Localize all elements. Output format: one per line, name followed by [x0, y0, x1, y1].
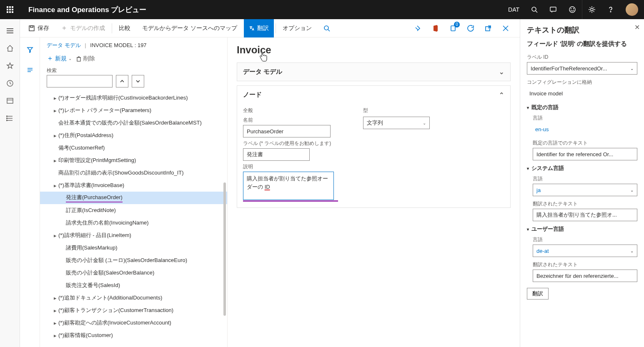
- system-translated-field[interactable]: 購入担当者が割り当てた参照オ...: [533, 209, 637, 221]
- tree-node[interactable]: ▸(*)オーダー残請求明細行(CustInvoiceBackorderLines…: [40, 92, 227, 104]
- tree-node[interactable]: 販売注文番号(SalesId): [40, 279, 227, 292]
- svg-rect-22: [7, 98, 13, 103]
- chevron-up-icon[interactable]: ⌃: [499, 91, 504, 99]
- caret-icon[interactable]: ▸: [52, 107, 58, 114]
- translate-button[interactable]: 翻訳: [244, 19, 274, 37]
- default-language-section[interactable]: 既定の言語: [527, 104, 637, 111]
- close-icon[interactable]: [498, 21, 513, 36]
- user-language-section[interactable]: ユーザー言語: [527, 225, 637, 233]
- refresh-icon[interactable]: [463, 21, 478, 36]
- system-lang-select[interactable]: ja⌄: [533, 184, 637, 196]
- settings-icon[interactable]: [582, 0, 601, 19]
- caret-icon[interactable]: ▸: [52, 157, 58, 164]
- chevron-down-icon[interactable]: ⌄: [499, 68, 504, 76]
- map-to-datasource-button[interactable]: モデルからデータ ソースへのマップ: [137, 19, 242, 37]
- caret-icon[interactable]: ▸: [52, 295, 58, 301]
- translate-action-button[interactable]: 翻訳: [527, 288, 549, 300]
- name-field[interactable]: PurchaseOrder: [243, 125, 331, 137]
- node-card: ノード ⌃ 全般 名前 PurchaseOrder ラベル (* ラベルの使用を…: [237, 85, 511, 208]
- filter-icon[interactable]: [20, 42, 40, 58]
- office-icon[interactable]: [428, 21, 443, 36]
- default-text-field[interactable]: Identifier for the referenced Or...: [533, 148, 637, 160]
- caret-icon[interactable]: ▸: [52, 132, 58, 139]
- company-picker[interactable]: DAT: [502, 0, 525, 19]
- tree-node[interactable]: 販売の小計金額 (ユーロ)(SalesOrderBalanceEuro): [40, 254, 227, 267]
- system-language-section[interactable]: システム言語: [527, 165, 637, 172]
- feedback-icon[interactable]: [563, 0, 582, 19]
- panel-subtitle: フィールド '説明' の翻訳を提供する: [527, 39, 637, 48]
- close-panel-icon[interactable]: ✕: [634, 23, 640, 31]
- delete-button[interactable]: 削除: [76, 55, 95, 62]
- hamburger-icon[interactable]: [0, 22, 20, 39]
- attach-icon[interactable]: [411, 21, 426, 36]
- user-translated-field[interactable]: Bezeichner für den referenzierte...: [533, 270, 637, 282]
- messages-icon[interactable]: [544, 0, 563, 19]
- user-lang-select[interactable]: de-at⌄: [533, 245, 637, 257]
- tree-node[interactable]: ▸(*)追加ドキュメント(AdditionalDocuments): [40, 292, 227, 304]
- tree-node[interactable]: ▸(*)顧客トランザクション(CustomerTransaction): [40, 304, 227, 317]
- popout-icon[interactable]: [481, 21, 496, 36]
- help-icon[interactable]: [601, 0, 620, 19]
- tree-node-label: 備考(CustomerRef): [58, 144, 105, 152]
- tree-node[interactable]: 販売の小計金額(SalesOrderBalance): [40, 267, 227, 279]
- tree-node[interactable]: 請求先住所の名前(InvoicingName): [40, 217, 227, 229]
- favorites-icon[interactable]: [0, 57, 20, 74]
- caret-icon[interactable]: ▸: [52, 320, 58, 326]
- tree-node[interactable]: ▸(*)顧客勘定への請求(InvoiceCustomerAccount): [40, 317, 227, 329]
- create-model-button[interactable]: ＋ モデルの作成: [56, 19, 110, 37]
- svg-point-27: [6, 116, 7, 117]
- workspaces-icon[interactable]: [0, 92, 20, 109]
- default-lang-label: 言語: [533, 115, 637, 122]
- caret-icon[interactable]: ▸: [52, 232, 58, 239]
- tree-node[interactable]: ▸(*)顧客情報(Customer): [40, 329, 227, 342]
- system-lang-label: 言語: [533, 175, 637, 182]
- svg-rect-31: [30, 26, 33, 27]
- tree-node[interactable]: 発注書(PurchaseOrder): [40, 192, 227, 204]
- search-command-icon[interactable]: [318, 19, 335, 37]
- scrollbar-thumb[interactable]: [223, 182, 226, 316]
- tree-node[interactable]: ▸印刷管理設定(PrintMgmtSetting): [40, 154, 227, 167]
- recent-icon[interactable]: [0, 75, 20, 92]
- caret-icon[interactable]: ▸: [52, 182, 58, 189]
- model-tree[interactable]: ▸(*)オーダー残請求明細行(CustInvoiceBackorderLines…: [40, 91, 227, 347]
- notifications-icon[interactable]: 0: [446, 21, 461, 36]
- tree-node[interactable]: 備考(CustomerRef): [40, 142, 227, 154]
- label-id-select[interactable]: IdentifierForTheReferencedOr...⌄: [527, 62, 637, 75]
- tree-node[interactable]: ▸(*)請求明細行 - 品目(LineItem): [40, 229, 227, 242]
- caret-icon[interactable]: ▸: [52, 332, 58, 339]
- search-icon[interactable]: [525, 0, 544, 19]
- tree-node[interactable]: ▸(*)レポート パラメーター(Parameters): [40, 104, 227, 117]
- tree-node[interactable]: ▸(*)基準請求書(InvoiceBase): [40, 179, 227, 192]
- tree-node[interactable]: ▸(*)住所(PostalAddress): [40, 129, 227, 142]
- svg-rect-4: [9, 9, 11, 10]
- description-highlight: [243, 200, 338, 202]
- type-select[interactable]: 文字列 ⌄: [363, 117, 430, 129]
- home-icon[interactable]: [0, 40, 20, 57]
- search-input[interactable]: [47, 75, 113, 87]
- caret-icon[interactable]: ▸: [52, 307, 58, 314]
- default-lang-value[interactable]: en-us: [533, 123, 637, 135]
- label-id-label: ラベル ID: [527, 54, 637, 61]
- card-title-node: ノード: [243, 91, 262, 99]
- list-toggle-icon[interactable]: [20, 62, 40, 78]
- tree-node[interactable]: 訂正票(IsCreditNote): [40, 204, 227, 217]
- modules-icon[interactable]: [0, 110, 20, 127]
- compare-button[interactable]: 比較: [114, 19, 135, 37]
- tree-node[interactable]: 会社基本通貨での販売の小計金額(SalesOrderBalanceMST): [40, 117, 227, 129]
- search-prev-button[interactable]: [116, 75, 128, 87]
- tree-node[interactable]: 商品割引の詳細の表示(ShowGoodsDiscountInfo_IT): [40, 167, 227, 179]
- save-button[interactable]: 保存: [23, 19, 54, 37]
- user-translated-label: 翻訳されたテキスト: [533, 261, 637, 268]
- search-next-button[interactable]: [132, 75, 144, 87]
- new-button[interactable]: ＋新規⌄: [47, 54, 72, 63]
- waffle-icon[interactable]: [0, 0, 20, 19]
- caret-icon[interactable]: ▸: [52, 95, 58, 101]
- svg-point-16: [591, 8, 593, 11]
- user-avatar[interactable]: [620, 0, 644, 19]
- tree-node[interactable]: 諸費用(SalesMarkup): [40, 242, 227, 254]
- breadcrumb-link[interactable]: データ モデル: [47, 42, 81, 48]
- description-field[interactable]: 購入担当者が割り当てた参照オーダーの ID: [243, 172, 334, 200]
- svg-rect-2: [12, 6, 13, 8]
- options-button[interactable]: オプション: [278, 19, 317, 37]
- label-field[interactable]: 発注書: [243, 148, 310, 161]
